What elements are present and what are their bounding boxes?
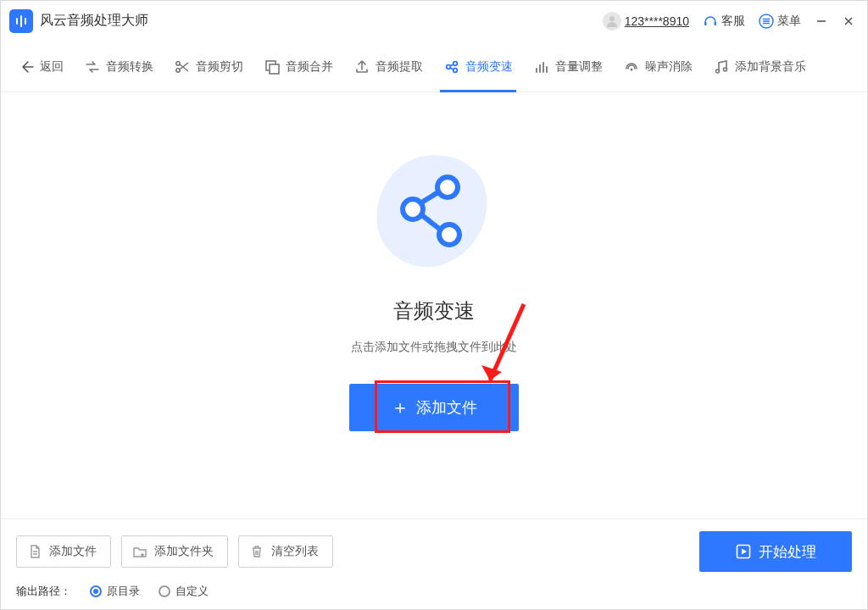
tab-audio-convert[interactable]: 音频转换	[84, 42, 153, 92]
add-file-label: 添加文件	[49, 544, 97, 559]
svg-point-29	[716, 69, 720, 73]
bgm-icon	[713, 58, 730, 75]
add-folder-label: 添加文件夹	[154, 544, 214, 559]
user-id: 123****8910	[625, 14, 689, 28]
add-file-primary-label: 添加文件	[416, 397, 477, 418]
svg-point-21	[453, 68, 458, 72]
feature-title: 音频变速	[393, 297, 475, 324]
tab-label: 音频变速	[465, 59, 513, 75]
support-label: 客服	[721, 14, 745, 29]
tab-label: 音频剪切	[196, 59, 243, 75]
avatar-icon	[603, 12, 621, 30]
headset-icon	[703, 14, 718, 29]
volume-icon	[533, 58, 550, 75]
radio-custom-label: 自定义	[175, 584, 209, 599]
tab-audio-merge[interactable]: 音频合并	[264, 42, 333, 92]
svg-point-35	[439, 225, 459, 245]
radio-custom-dir[interactable]: 自定义	[159, 584, 209, 599]
app-title: 风云音频处理大师	[40, 12, 148, 30]
tab-label: 音频提取	[376, 59, 423, 75]
convert-icon	[84, 58, 101, 75]
tab-audio-extract[interactable]: 音频提取	[353, 42, 423, 92]
plus-icon: ＋	[391, 395, 409, 420]
clear-list-button[interactable]: 清空列表	[238, 535, 333, 568]
radio-icon	[90, 585, 102, 597]
svg-point-19	[447, 64, 451, 69]
tab-label: 噪声消除	[645, 59, 693, 75]
radio-original-dir[interactable]: 原目录	[90, 584, 140, 599]
clear-list-label: 清空列表	[271, 544, 319, 559]
bottom-actions-row: 添加文件 添加文件夹 清空列表 开始处理	[16, 531, 852, 572]
svg-point-3	[609, 16, 615, 21]
svg-point-13	[176, 61, 180, 64]
user-account[interactable]: 123****8910	[603, 12, 689, 30]
svg-point-28	[631, 68, 633, 70]
svg-point-30	[724, 68, 727, 71]
svg-point-20	[453, 61, 458, 65]
back-button[interactable]: 返回	[18, 42, 64, 92]
svg-rect-5	[715, 22, 717, 25]
start-process-button[interactable]: 开始处理	[699, 531, 852, 572]
add-file-primary-button[interactable]: ＋ 添加文件	[349, 384, 519, 431]
menu-button[interactable]: 菜单	[759, 14, 801, 29]
tab-audio-cut[interactable]: 音频剪切	[174, 42, 243, 92]
output-path-label: 输出路径：	[16, 584, 71, 599]
menu-label: 菜单	[777, 14, 801, 29]
svg-marker-37	[481, 365, 502, 380]
folder-add-icon	[132, 544, 147, 559]
tab-label: 音频转换	[106, 59, 153, 75]
trash-icon	[249, 544, 264, 559]
svg-point-34	[437, 177, 458, 197]
app-logo-icon	[9, 9, 33, 33]
title-bar: 风云音频处理大师 123****8910 客服 菜单	[1, 1, 867, 42]
radio-icon	[159, 585, 170, 597]
support-link[interactable]: 客服	[703, 14, 745, 29]
svg-marker-45	[742, 549, 747, 555]
cut-icon	[174, 58, 191, 75]
svg-rect-4	[704, 22, 707, 25]
file-add-icon	[27, 544, 42, 559]
tab-noise-remove[interactable]: 噪声消除	[623, 42, 693, 92]
bottom-bar: 添加文件 添加文件夹 清空列表 开始处理	[1, 518, 867, 609]
radio-original-label: 原目录	[107, 584, 140, 599]
menu-icon	[759, 14, 774, 29]
feature-hero-icon	[366, 147, 502, 282]
extract-icon	[353, 58, 370, 75]
merge-icon	[264, 58, 281, 75]
speed-icon	[443, 58, 460, 75]
tab-label: 音量调整	[555, 59, 603, 75]
tab-label: 添加背景音乐	[735, 59, 806, 75]
arrow-left-icon	[18, 58, 35, 75]
add-file-button[interactable]: 添加文件	[16, 535, 111, 568]
toolbar: 返回 音频转换 音频剪切 音频合并 音频提取	[1, 42, 867, 92]
svg-point-33	[403, 199, 423, 219]
app-window: 风云音频处理大师 123****8910 客服 菜单	[0, 0, 868, 610]
tab-volume-adjust[interactable]: 音量调整	[533, 42, 603, 92]
tab-label: 音频合并	[286, 59, 333, 75]
play-icon	[735, 543, 752, 560]
output-path-row: 输出路径： 原目录 自定义	[16, 584, 852, 599]
tab-audio-speed[interactable]: 音频变速	[443, 42, 513, 92]
tab-add-bgm[interactable]: 添加背景音乐	[713, 42, 806, 92]
svg-line-23	[450, 68, 453, 69]
title-bar-right: 123****8910 客服 菜单	[603, 12, 855, 30]
back-label: 返回	[40, 59, 64, 75]
feature-hint: 点击添加文件或拖拽文件到此处	[351, 340, 517, 355]
svg-rect-18	[270, 64, 279, 74]
minimize-button[interactable]	[815, 14, 828, 28]
main-drop-area[interactable]: 音频变速 点击添加文件或拖拽文件到此处 ＋ 添加文件	[1, 92, 867, 518]
add-folder-button[interactable]: 添加文件夹	[121, 535, 228, 568]
svg-line-22	[450, 64, 453, 66]
close-button[interactable]	[842, 14, 855, 28]
start-process-label: 开始处理	[759, 542, 816, 562]
noise-icon	[623, 58, 640, 75]
svg-point-14	[176, 68, 180, 71]
